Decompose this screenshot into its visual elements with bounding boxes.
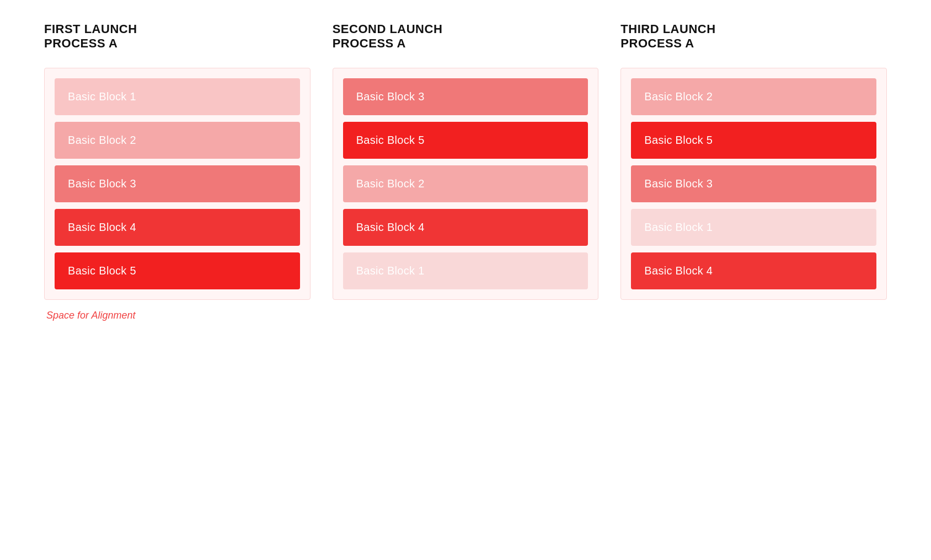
block-2-2: Basic Block 5 <box>343 122 588 159</box>
column-3: THIRD LAUNCHPROCESS ABasic Block 2Basic … <box>609 22 898 321</box>
block-3-4: Basic Block 1 <box>631 209 876 246</box>
column-1: FIRST LAUNCHPROCESS ABasic Block 1Basic … <box>33 22 322 321</box>
block-label-2-1: Basic Block 3 <box>356 90 425 103</box>
block-3-5: Basic Block 4 <box>631 252 876 289</box>
block-label-2-3: Basic Block 2 <box>356 177 425 190</box>
block-2-3: Basic Block 2 <box>343 165 588 202</box>
block-label-3-4: Basic Block 1 <box>644 221 713 234</box>
page-container: FIRST LAUNCHPROCESS ABasic Block 1Basic … <box>33 22 898 321</box>
block-label-2-2: Basic Block 5 <box>356 134 425 147</box>
block-label-3-5: Basic Block 4 <box>644 265 713 277</box>
block-label-3-2: Basic Block 5 <box>644 134 713 147</box>
block-label-2-5: Basic Block 1 <box>356 265 425 277</box>
alignment-text: Space for Alignment <box>44 310 311 321</box>
block-label-1-4: Basic Block 4 <box>68 221 136 234</box>
block-2-1: Basic Block 3 <box>343 78 588 115</box>
blocks-wrapper-2: Basic Block 3Basic Block 5Basic Block 2B… <box>333 68 599 300</box>
blocks-wrapper-1: Basic Block 1Basic Block 2Basic Block 3B… <box>44 68 311 300</box>
column-2: SECOND LAUNCHPROCESS ABasic Block 3Basic… <box>322 22 610 321</box>
block-1-2: Basic Block 2 <box>55 122 300 159</box>
block-label-1-2: Basic Block 2 <box>68 134 136 147</box>
block-1-5: Basic Block 5 <box>55 252 300 289</box>
column-title-1: FIRST LAUNCHPROCESS A <box>44 22 311 51</box>
block-3-1: Basic Block 2 <box>631 78 876 115</box>
block-2-5: Basic Block 1 <box>343 252 588 289</box>
block-1-4: Basic Block 4 <box>55 209 300 246</box>
block-label-3-1: Basic Block 2 <box>644 90 713 103</box>
column-title-3: THIRD LAUNCHPROCESS A <box>620 22 887 51</box>
block-1-1: Basic Block 1 <box>55 78 300 115</box>
block-label-1-5: Basic Block 5 <box>68 265 136 277</box>
block-label-2-4: Basic Block 4 <box>356 221 425 234</box>
block-3-2: Basic Block 5 <box>631 122 876 159</box>
blocks-wrapper-3: Basic Block 2Basic Block 5Basic Block 3B… <box>620 68 887 300</box>
block-label-3-3: Basic Block 3 <box>644 177 713 190</box>
block-label-1-1: Basic Block 1 <box>68 90 136 103</box>
block-2-4: Basic Block 4 <box>343 209 588 246</box>
column-title-2: SECOND LAUNCHPROCESS A <box>333 22 599 51</box>
block-label-1-3: Basic Block 3 <box>68 177 136 190</box>
block-1-3: Basic Block 3 <box>55 165 300 202</box>
block-3-3: Basic Block 3 <box>631 165 876 202</box>
